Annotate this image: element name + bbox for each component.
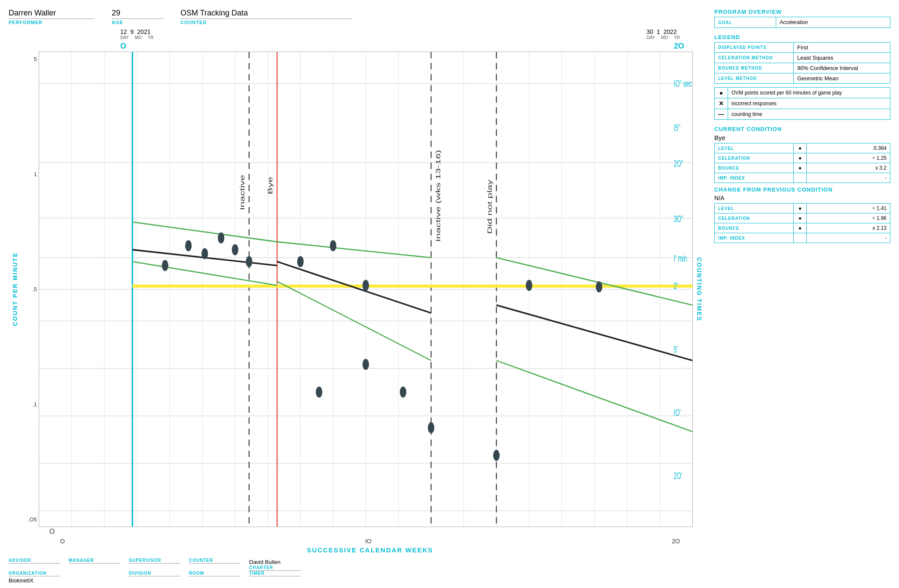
legend-icons-table: ● OVM points scored per 60 minutes of ga… (714, 87, 890, 120)
current-condition-value: Bye (714, 134, 890, 141)
right-panel: PROGRAM OVERVIEW GOAL Acceleration LEGEN… (710, 0, 899, 588)
svg-point-49 (246, 256, 252, 267)
legend-table: DISPLAYED POINTS First CELERATION METHOD… (714, 42, 890, 84)
day-label-right: DAY (646, 35, 655, 40)
supervisor-field: SUPERVISOR DIVISION (129, 558, 180, 584)
celeration-method-value: Least Squares (794, 53, 890, 63)
counted-label: COUNTED (180, 20, 352, 25)
chart-start-marker: O (120, 42, 126, 51)
change-level-label: LEVEL (715, 204, 794, 213)
svg-line-38 (277, 242, 431, 258)
svg-point-59 (493, 450, 500, 461)
change-bounce-label: BOUNCE (715, 223, 794, 233)
x-zero-marker: O (9, 528, 706, 536)
counter-value (189, 564, 241, 571)
bounce-dot: ● (794, 163, 807, 173)
svg-text:2': 2' (674, 281, 678, 291)
celeration-row: CELERATION ● ÷ 1.25 (715, 153, 890, 163)
month-label-right: MO (661, 35, 668, 40)
bounce-label: BOUNCE (715, 163, 794, 173)
performer-value: Darren Waller (9, 9, 94, 19)
timer-value (249, 577, 301, 584)
goal-label: GOAL (715, 17, 776, 28)
x-text: incorrect responses (728, 98, 890, 109)
change-celeration-label: CELERATION (715, 213, 794, 223)
svg-point-52 (363, 280, 369, 291)
bounce-value: x 3.2 (807, 163, 890, 173)
year-right: 2022 (664, 28, 677, 35)
svg-point-51 (330, 240, 336, 251)
celeration-label: CELERATION (715, 153, 794, 163)
month-label-left: MO (135, 35, 142, 40)
celeration-method-row: CELERATION METHOD Least Squares (715, 53, 890, 63)
change-celeration-value: ÷ 1.96 (807, 213, 890, 223)
bounce-method-row: BOUNCE METHOD 90% Confidence Interval (715, 63, 890, 73)
y-tick-half: .5 (23, 286, 37, 292)
change-condition-title: CHANGE FROM PREVIOUS CONDITION (714, 186, 890, 193)
bounce-method-value: 90% Confidence Interval (794, 63, 890, 73)
displayed-points-label: DISPLAYED POINTS (715, 43, 794, 53)
age-field: 29 AGE (112, 9, 163, 25)
legend-x-row: ✕ incorrect responses (715, 98, 890, 109)
organization-label: ORGANIZATION (9, 571, 60, 576)
date-right-values: 30 1 2022 (646, 28, 677, 35)
svg-point-57 (400, 387, 406, 398)
displayed-points-value: First (794, 43, 890, 53)
change-level-row: LEVEL ● ÷ 1.41 (715, 204, 890, 213)
change-imp-value: - (807, 233, 890, 243)
month-left: 9 (131, 28, 134, 35)
change-condition-section: CHANGE FROM PREVIOUS CONDITION N/A LEVEL… (714, 186, 890, 243)
svg-point-50 (297, 256, 304, 267)
svg-point-45 (185, 240, 192, 251)
x-end: 2O (672, 538, 680, 545)
level-method-value: Geometric Mean (794, 73, 890, 84)
svg-text:IO': IO' (674, 408, 681, 418)
change-level-value: ÷ 1.41 (807, 204, 890, 213)
supervisor-value (129, 564, 180, 571)
day-label-left: DAY (120, 35, 129, 40)
legend-dash-row: — counting time (715, 109, 890, 120)
performer-field: Darren Waller PERFORMER (9, 9, 94, 25)
imp-index-value: - (807, 173, 890, 183)
svg-point-58 (428, 422, 434, 433)
y-axis-ticks: 5 1 .5 .1 .O5 (21, 52, 39, 527)
manager-field: MANAGER (69, 558, 120, 571)
date-left-labels: DAY MO YR (120, 35, 154, 40)
dash-text: counting time (728, 109, 890, 120)
svg-text:I5": I5" (674, 123, 680, 133)
y-axis-label: COUNT PER MINUTE (9, 52, 21, 527)
change-imp-row: IMP. INDEX - (715, 233, 890, 243)
change-level-dot: ● (794, 204, 807, 213)
right-y-axis-label: COUNTING TIMES (693, 52, 706, 527)
imp-index-dot (794, 173, 807, 183)
x-mid: IO (365, 538, 372, 545)
year-label-left: YR (148, 35, 154, 40)
y-tick-1: 1 (23, 171, 37, 177)
svg-line-35 (132, 222, 277, 242)
current-condition-section: CURRENT CONDITION Bye LEVEL ● 0.364 CELE… (714, 126, 890, 183)
date-left: 12 9 2021 DAY MO YR (120, 28, 154, 40)
year-left: 2021 (137, 28, 150, 35)
legend-dot-row: ● OVM points scored per 60 minutes of ga… (715, 88, 890, 98)
level-dot: ● (794, 143, 807, 153)
svg-point-54 (596, 281, 602, 292)
celeration-method-label: CELERATION METHOD (715, 53, 794, 63)
svg-text:3O": 3O" (674, 213, 683, 224)
date-right: 30 1 2022 DAY MO YR (646, 28, 680, 40)
y-tick-point1: .1 (23, 401, 37, 408)
celeration-value: ÷ 1.25 (807, 153, 890, 163)
svg-text:5': 5' (674, 344, 678, 354)
level-row: LEVEL ● 0.364 (715, 143, 890, 153)
current-condition-title: CURRENT CONDITION (714, 126, 890, 132)
advisor-label: ADVISOR (9, 558, 60, 564)
svg-text:2O": 2O" (674, 158, 683, 169)
change-bounce-dot: ● (794, 223, 807, 233)
charter-label: CHARTER (249, 565, 301, 571)
svg-line-36 (132, 262, 277, 285)
counter-field: COUNTER ROOM (189, 558, 241, 584)
y-tick-point05: .O5 (23, 516, 37, 523)
change-bounce-value: x 2.13 (807, 223, 890, 233)
counted-value: OSM Tracking Data (180, 9, 352, 19)
level-label: LEVEL (715, 143, 794, 153)
goal-table: GOAL Acceleration (714, 17, 890, 28)
